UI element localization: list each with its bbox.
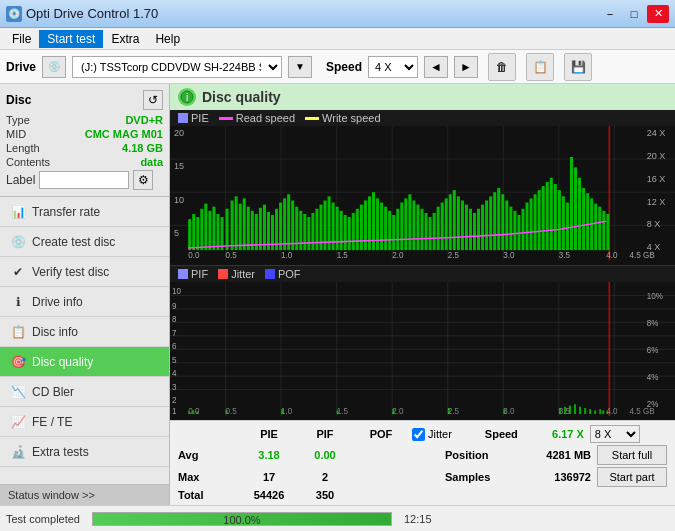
disc-info-panel: Disc ↺ Type DVD+R MID CMC MAG M01 Length… [0,84,169,197]
sidebar-item-cd-bler[interactable]: 📉 CD Bler [0,377,169,407]
disc-refresh-btn[interactable]: ↺ [143,90,163,110]
svg-rect-57 [319,205,322,251]
disc-label-input[interactable] [39,171,129,189]
menu-help[interactable]: Help [147,30,188,48]
svg-rect-99 [489,196,492,250]
svg-text:5: 5 [172,353,177,364]
drive-info-icon: ℹ [10,294,26,310]
maximize-button[interactable]: □ [623,5,645,23]
chart-title: Disc quality [202,89,281,105]
sidebar-item-disc-quality[interactable]: 🎯 Disc quality [0,347,169,377]
fe-te-icon: 📈 [10,414,26,430]
erase-btn[interactable]: 🗑 [488,53,516,81]
svg-rect-110 [534,194,537,250]
svg-text:0.0: 0.0 [188,405,199,416]
disc-mid-label: MID [6,128,26,140]
speed-quality-select[interactable]: 8 X4 X [590,425,640,443]
svg-rect-56 [315,209,318,250]
svg-text:3.0: 3.0 [503,251,515,260]
svg-rect-190 [602,410,604,414]
close-button[interactable]: ✕ [647,5,669,23]
sidebar-item-transfer-rate[interactable]: 📊 Transfer rate [0,197,169,227]
svg-text:0.0: 0.0 [188,251,200,260]
svg-text:3.5: 3.5 [559,405,570,416]
top-chart-legend: PIE Read speed Write speed [170,110,675,126]
sidebar-item-disc-info[interactable]: 📋 Disc info [0,317,169,347]
pie-legend-label: PIE [191,112,209,124]
drive-dropdown-btn[interactable]: ▼ [288,56,312,78]
svg-rect-86 [437,207,440,250]
avg-row: Avg 3.18 0.00 Position 4281 MB Start ful… [178,445,667,465]
svg-text:12 X: 12 X [647,197,666,207]
jitter-checkbox[interactable] [412,428,425,441]
drivebar: Drive 💿 (J:) TSSTcorp CDDVDW SH-224BB SB… [0,50,675,84]
svg-text:15: 15 [174,161,184,171]
max-pif-value: 2 [300,471,350,483]
drive-select[interactable]: (J:) TSSTcorp CDDVDW SH-224BB SB01 [72,56,282,78]
svg-rect-109 [530,198,533,250]
progress-bar: 100.0% [92,512,392,526]
svg-rect-96 [477,209,480,250]
start-part-button[interactable]: Start part [597,467,667,487]
start-full-button[interactable]: Start full [597,445,667,465]
svg-text:8%: 8% [647,317,659,328]
menu-start-test[interactable]: Start test [39,30,103,48]
svg-rect-81 [416,205,419,251]
bottom-chart-legend: PIF Jitter POF [170,266,675,282]
sidebar-item-verify-test-disc[interactable]: ✔ Verify test disc [0,257,169,287]
svg-rect-36 [235,196,238,250]
svg-text:4.5 GB: 4.5 GB [630,251,656,260]
sidebar-item-drive-info[interactable]: ℹ Drive info [0,287,169,317]
svg-rect-69 [368,196,371,250]
speed-value: 6.17 X [524,428,584,440]
sidebar-item-fe-te[interactable]: 📈 FE / TE [0,407,169,437]
sidebar-item-extra-tests[interactable]: 🔬 Extra tests [0,437,169,467]
svg-rect-52 [299,211,302,250]
svg-rect-66 [356,209,359,250]
transfer-rate-icon: 📊 [10,204,26,220]
status-window-toggle[interactable]: Status window >> [0,484,169,505]
svg-text:0.5: 0.5 [226,405,237,416]
disc-quality-icon: 🎯 [10,354,26,370]
menu-extra[interactable]: Extra [103,30,147,48]
pof-legend-label: POF [278,268,301,280]
speed-prev-btn[interactable]: ◄ [424,56,448,78]
disc-label-gear-btn[interactable]: ⚙ [133,170,153,190]
window-title: Opti Drive Control 1.70 [26,6,158,21]
menu-file[interactable]: File [4,30,39,48]
svg-rect-76 [396,209,399,250]
disc-label-label: Label [6,173,35,187]
bottom-chart-svg: 10 9 8 7 6 5 4 3 2 1 10% 8% 6% 4% 2% [170,282,675,417]
svg-rect-125 [594,204,597,251]
drive-icon-btn[interactable]: 💿 [42,56,66,78]
avg-pif-value: 0.00 [300,449,350,461]
save-btn[interactable]: 💾 [564,53,592,81]
sidebar-item-create-test-disc[interactable]: 💿 Create test disc [0,227,169,257]
svg-text:10%: 10% [647,290,663,301]
chart-area: i Disc quality PIE Read speed Write spee… [170,84,675,505]
speed-label: Speed [326,60,362,74]
svg-rect-116 [558,190,561,250]
sidebar-bottom: Status window >> [0,484,169,505]
svg-text:2: 2 [172,394,177,405]
svg-rect-68 [364,200,367,250]
disc-info-icon: 📋 [10,324,26,340]
svg-rect-101 [497,188,500,250]
statusbar: Test completed 100.0% 12:15 [0,505,675,531]
svg-rect-187 [589,409,591,414]
svg-rect-185 [579,406,581,413]
copy-btn[interactable]: 📋 [526,53,554,81]
svg-rect-90 [453,190,456,250]
svg-rect-32 [216,214,219,250]
speed-next-btn[interactable]: ► [454,56,478,78]
svg-rect-117 [562,196,565,250]
svg-rect-64 [348,217,351,250]
speed-select[interactable]: 4 X8 X [368,56,418,78]
jitter-col-header: Jitter [428,428,452,440]
svg-rect-39 [247,207,250,250]
position-label: Position [445,449,525,461]
samples-label: Samples [445,471,525,483]
svg-text:24 X: 24 X [647,128,666,138]
minimize-button[interactable]: − [599,5,621,23]
disc-panel-title: Disc [6,93,31,107]
